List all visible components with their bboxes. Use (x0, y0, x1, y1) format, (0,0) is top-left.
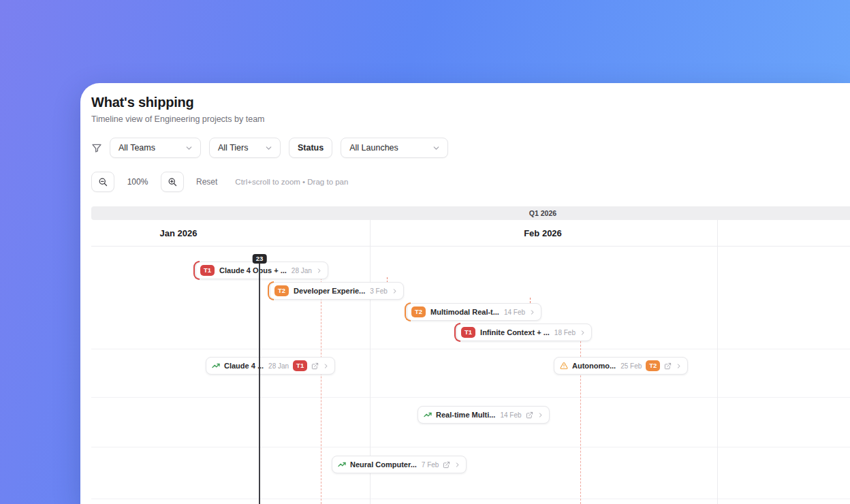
month-gridline (717, 220, 718, 504)
project-label: Developer Experie... (294, 287, 365, 295)
month-label-feb: Feb 2026 (524, 220, 562, 247)
project-date: 18 Feb (554, 329, 576, 336)
zoom-out-button[interactable] (91, 172, 114, 192)
chevron-right-icon (316, 268, 322, 274)
lane-launches-3 (91, 447, 850, 499)
tier-badge: T1 (293, 360, 307, 371)
zoom-level: 100% (114, 177, 161, 187)
launch-pill-claude-4[interactable]: Claude 4 ... 28 Jan T1 (206, 357, 335, 375)
chevron-right-icon (537, 412, 544, 418)
lane-launches-1 (91, 349, 850, 398)
zoom-out-icon (98, 177, 108, 187)
chevron-right-icon (454, 462, 460, 468)
filter-funnel-icon (91, 142, 102, 153)
zoom-in-icon (168, 177, 178, 187)
trend-up-icon (338, 460, 346, 469)
tier-badge: T2 (411, 306, 426, 317)
status-filter-button[interactable]: Status (289, 138, 332, 158)
launch-label: Neural Computer... (350, 460, 417, 469)
tiers-filter-value: All Tiers (218, 143, 248, 153)
launches-filter-value: All Launches (349, 143, 398, 153)
zoom-hint-text: Ctrl+scroll to zoom • Drag to pan (235, 178, 348, 186)
whats-shipping-card: What's shipping Timeline view of Enginee… (80, 83, 850, 504)
tier-badge: T2 (274, 285, 289, 296)
page-subtitle: Timeline view of Engineering projects by… (91, 114, 850, 124)
chevron-right-icon (580, 330, 586, 336)
page-title: What's shipping (91, 95, 850, 110)
launch-pill-autonomous[interactable]: Autonomo... 25 Feb T2 (554, 357, 688, 375)
external-link-icon[interactable] (664, 362, 672, 370)
chevron-down-icon (185, 144, 193, 153)
quarter-label: Q1 2026 (529, 206, 556, 220)
launch-label: Autonomo... (572, 362, 616, 370)
project-date: 3 Feb (370, 287, 388, 295)
month-header-row: Jan 2026 Feb 2026 (91, 220, 850, 247)
teams-filter-dropdown[interactable]: All Teams (110, 138, 201, 158)
timeline-canvas[interactable]: Q1 2026 Jan 2026 Feb 2026 23 (91, 206, 850, 504)
external-link-icon[interactable] (443, 461, 450, 469)
tier-badge: T2 (646, 360, 660, 371)
deadline-dashed-line (321, 264, 321, 504)
warning-icon (560, 362, 568, 370)
launches-filter-dropdown[interactable]: All Launches (341, 138, 448, 158)
launch-pill-realtime-multi[interactable]: Real-time Multi... 14 Feb (418, 406, 550, 424)
trend-up-icon (212, 362, 220, 370)
project-bar-multimodal-realtime[interactable]: T2 Multimodal Real-t... 14 Feb (407, 303, 541, 321)
zoom-toolbar: 100% Reset Ctrl+scroll to zoom • Drag to… (91, 172, 850, 192)
chevron-right-icon (392, 288, 398, 294)
timeline-grid: 23 T1 Claude 4 Opus + ... 28 Jan T2 Deve… (91, 247, 850, 504)
tier-bracket (268, 281, 274, 300)
reset-zoom-link[interactable]: Reset (196, 177, 217, 187)
trend-up-icon (424, 411, 432, 419)
project-bar-developer-experience[interactable]: T2 Developer Experie... 3 Feb (270, 282, 404, 300)
external-link-icon[interactable] (311, 362, 319, 370)
today-marker-badge: 23 (253, 254, 267, 264)
launch-label: Claude 4 ... (224, 362, 264, 370)
launch-date: 14 Feb (500, 411, 521, 419)
tier-bracket (405, 302, 411, 321)
launch-date: 28 Jan (268, 362, 289, 370)
project-label: Multimodal Real-t... (430, 308, 499, 316)
teams-filter-value: All Teams (119, 143, 155, 153)
tier-bracket (454, 323, 460, 342)
chevron-right-icon (676, 363, 682, 369)
project-date: 14 Feb (504, 309, 525, 316)
tier-badge: T1 (200, 265, 215, 276)
launch-pill-neural-computer[interactable]: Neural Computer... 7 Feb (332, 456, 467, 473)
project-label: Claude 4 Opus + ... (219, 266, 287, 274)
launch-date: 7 Feb (422, 461, 439, 469)
project-bar-claude-4-opus[interactable]: T1 Claude 4 Opus + ... 28 Jan (195, 262, 328, 279)
today-marker-line (259, 257, 260, 504)
zoom-in-button[interactable] (161, 172, 184, 192)
project-label: Infinite Context + ... (480, 328, 550, 336)
tier-bracket (193, 261, 200, 280)
tier-badge: T1 (461, 327, 475, 338)
launch-label: Real-time Multi... (436, 411, 495, 419)
external-link-icon[interactable] (526, 411, 533, 419)
chevron-right-icon (323, 363, 329, 369)
chevron-right-icon (529, 309, 535, 315)
quarter-band: Q1 2026 (91, 206, 850, 220)
project-date: 28 Jan (292, 267, 312, 274)
project-bar-infinite-context[interactable]: T1 Infinite Context + ... 18 Feb (456, 324, 592, 341)
launch-date: 25 Feb (620, 362, 642, 370)
filters-row: All Teams All Tiers Status All Launches (91, 138, 850, 158)
tiers-filter-dropdown[interactable]: All Tiers (209, 138, 281, 158)
chevron-down-icon (264, 144, 273, 153)
chevron-down-icon (432, 144, 441, 153)
month-label-jan: Jan 2026 (160, 220, 198, 247)
deadline-tick (530, 298, 531, 303)
